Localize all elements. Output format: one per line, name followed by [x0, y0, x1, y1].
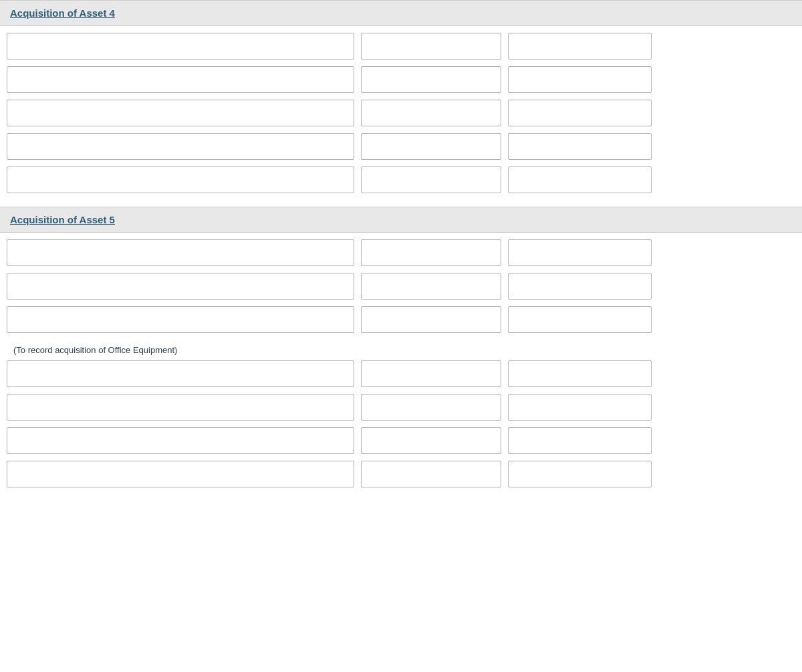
asset5-content: (To record acquisition of Office Equipme… [0, 233, 802, 501]
asset4-row2-field3[interactable] [508, 66, 652, 93]
asset4-row3-field1[interactable] [7, 100, 354, 126]
asset5-row4-field1[interactable] [7, 360, 354, 387]
asset5-row4-field2[interactable] [361, 360, 501, 387]
asset4-row5-field2[interactable] [361, 166, 501, 193]
asset5-row-5 [7, 394, 795, 421]
asset5-row7-field1[interactable] [7, 461, 354, 487]
asset4-row-1 [7, 33, 795, 60]
asset4-row3-field3[interactable] [508, 100, 652, 126]
asset5-row5-field2[interactable] [361, 394, 501, 421]
asset4-header[interactable]: Acquisition of Asset 4 [0, 0, 802, 26]
asset5-row7-field3[interactable] [508, 461, 652, 487]
asset4-row1-field2[interactable] [361, 33, 501, 60]
asset4-row-4 [7, 133, 795, 160]
asset5-row6-field1[interactable] [7, 427, 354, 454]
asset4-row-3 [7, 100, 795, 126]
asset4-row3-field2[interactable] [361, 100, 501, 126]
asset4-title-link[interactable]: Acquisition of Asset 4 [10, 7, 115, 19]
asset5-header[interactable]: Acquisition of Asset 5 [0, 207, 802, 233]
asset5-row3-field1[interactable] [7, 306, 354, 333]
asset4-row4-field1[interactable] [7, 133, 354, 160]
asset5-row6-field2[interactable] [361, 427, 501, 454]
asset5-row1-field1[interactable] [7, 239, 354, 266]
asset5-row6-field3[interactable] [508, 427, 652, 454]
page-container: Acquisition of Asset 4 [0, 0, 802, 672]
asset4-row-2 [7, 66, 795, 93]
asset5-row5-field1[interactable] [7, 394, 354, 421]
asset4-row4-field2[interactable] [361, 133, 501, 160]
asset5-row-3 [7, 306, 795, 333]
asset5-row3-field3[interactable] [508, 306, 652, 333]
asset4-row4-field3[interactable] [508, 133, 652, 160]
asset4-row2-field2[interactable] [361, 66, 501, 93]
asset5-row-4 [7, 360, 795, 387]
asset4-row-5 [7, 166, 795, 193]
asset5-row3-field2[interactable] [361, 306, 501, 333]
asset5-row2-field3[interactable] [508, 273, 652, 300]
asset5-row-6 [7, 427, 795, 454]
asset4-content [0, 26, 802, 207]
asset4-row5-field1[interactable] [7, 166, 354, 193]
asset5-row4-field3[interactable] [508, 360, 652, 387]
asset5-note-text: (To record acquisition of Office Equipme… [13, 345, 177, 355]
asset5-row-2 [7, 273, 795, 300]
asset4-row5-field3[interactable] [508, 166, 652, 193]
asset5-row1-field3[interactable] [508, 239, 652, 266]
asset5-row-7 [7, 461, 795, 487]
asset5-row-1 [7, 239, 795, 266]
asset5-note: (To record acquisition of Office Equipme… [7, 340, 795, 360]
asset4-row1-field3[interactable] [508, 33, 652, 60]
asset4-row1-field1[interactable] [7, 33, 354, 60]
asset5-row2-field1[interactable] [7, 273, 354, 300]
asset5-title-link[interactable]: Acquisition of Asset 5 [10, 214, 115, 225]
asset4-row2-field1[interactable] [7, 66, 354, 93]
asset5-row2-field2[interactable] [361, 273, 501, 300]
asset5-row5-field3[interactable] [508, 394, 652, 421]
asset5-row1-field2[interactable] [361, 239, 501, 266]
asset5-row7-field2[interactable] [361, 461, 501, 487]
